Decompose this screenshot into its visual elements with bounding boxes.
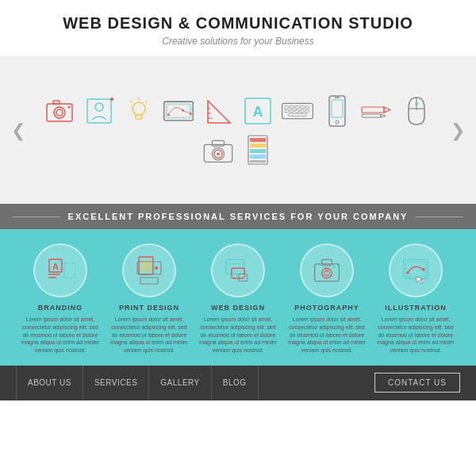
svg-point-80	[406, 271, 409, 274]
svg-point-8	[132, 102, 145, 115]
service-illus-title: ILLUSTRATION	[385, 304, 446, 312]
svg-rect-31	[290, 109, 294, 112]
services-banner-text: EXCELLENT PROFESSIONAL SERVICES FOR YOUR…	[68, 212, 409, 221]
banner-line-right	[416, 216, 463, 217]
tool-monitor	[162, 94, 195, 128]
service-print-icon-circle	[122, 243, 176, 297]
svg-rect-42	[362, 114, 381, 117]
service-photo-title: PHOTOGRAPHY	[294, 304, 359, 312]
svg-rect-37	[332, 100, 343, 117]
svg-marker-43	[381, 114, 386, 117]
tool-camera	[43, 94, 76, 128]
svg-point-77	[325, 270, 328, 273]
svg-point-51	[217, 152, 219, 155]
svg-line-11	[130, 101, 132, 102]
svg-rect-40	[362, 107, 384, 113]
banner-line-left	[13, 216, 60, 217]
svg-rect-27	[295, 105, 299, 108]
service-photo-icon-circle	[300, 243, 354, 297]
footer-nav-services[interactable]: SERVICES	[83, 366, 149, 400]
svg-rect-48	[212, 140, 224, 146]
svg-rect-25	[285, 105, 289, 108]
footer-nav-gallery[interactable]: GALLERY	[149, 366, 211, 400]
svg-point-67	[155, 266, 158, 270]
svg-line-10	[146, 101, 148, 102]
svg-marker-18	[208, 101, 230, 123]
service-web-icon-circle	[211, 243, 265, 297]
svg-rect-33	[300, 109, 304, 112]
svg-point-2	[56, 109, 63, 116]
service-print-title: PRINT DESIGN	[119, 304, 179, 312]
svg-point-15	[182, 109, 184, 111]
slider-right-arrow[interactable]: ❯	[444, 114, 471, 147]
svg-text:A: A	[52, 262, 59, 271]
svg-rect-68	[226, 259, 245, 274]
tool-dslr	[202, 134, 235, 167]
tool-lightbulb	[122, 94, 155, 128]
service-web-desc: Lorem ipsum dolor sit amet, consectetur …	[198, 316, 278, 354]
svg-rect-66	[140, 278, 158, 284]
header-section: WEB DESIGN & COMMUNICATION STUDIO Creati…	[0, 0, 476, 57]
svg-rect-55	[250, 149, 266, 153]
tools-illustration: A	[0, 86, 476, 175]
tool-keyboard	[281, 94, 314, 128]
svg-rect-12	[164, 102, 193, 121]
svg-rect-30	[285, 109, 289, 112]
footer-nav: ABOUT US SERVICES GALLERY BLOG CONTACT U…	[0, 366, 476, 400]
svg-rect-13	[167, 103, 191, 117]
svg-point-16	[190, 113, 192, 115]
svg-rect-29	[305, 105, 309, 108]
svg-rect-56	[250, 155, 266, 159]
svg-rect-35	[289, 113, 307, 116]
service-branding-icon-circle: A	[33, 243, 87, 297]
service-illus-icon-circle	[389, 243, 443, 297]
service-illus-desc: Lorem ipsum dolor sit amet, consectetur …	[376, 316, 455, 354]
tool-phone	[321, 94, 354, 128]
svg-rect-53	[250, 138, 266, 142]
footer-nav-about[interactable]: ABOUT US	[16, 366, 83, 400]
svg-point-76	[332, 266, 336, 269]
contact-us-button[interactable]: CONTACT US	[374, 373, 460, 393]
tool-ruler	[202, 94, 235, 128]
service-illustration: ILLUSTRATION Lorem ipsum dolor sit amet,…	[376, 243, 455, 354]
svg-rect-70	[239, 274, 248, 282]
svg-rect-3	[53, 101, 60, 104]
svg-rect-26	[290, 105, 294, 108]
svg-point-4	[68, 105, 71, 108]
service-photo-desc: Lorem ipsum dolor sit amet, consectetur …	[287, 316, 367, 354]
slider-left-arrow[interactable]: ❮	[5, 114, 32, 147]
page-subtitle: Creative solutions for your Business	[16, 36, 460, 47]
svg-point-81	[422, 268, 425, 271]
svg-point-1	[54, 107, 65, 118]
service-web-title: WEB DESIGN	[211, 304, 265, 312]
svg-rect-54	[250, 144, 266, 147]
services-section: A BRANDING Lorem ipsum dolor sit amet, c…	[0, 229, 476, 366]
service-print-design: PRINT DESIGN Lorem ipsum dolor sit amet,…	[109, 243, 189, 354]
svg-text:A: A	[253, 104, 263, 120]
service-web-design: WEB DESIGN Lorem ipsum dolor sit amet, c…	[198, 243, 278, 354]
tool-pens	[360, 94, 393, 128]
footer-nav-blog[interactable]: BLOG	[212, 366, 259, 400]
service-branding-desc: Lorem ipsum dolor sit amet, consectetur …	[21, 316, 100, 354]
tool-tablet	[83, 94, 116, 128]
page-title: WEB DESIGN & COMMUNICATION STUDIO	[16, 14, 460, 33]
service-branding: A BRANDING Lorem ipsum dolor sit amet, c…	[21, 243, 100, 354]
svg-rect-34	[305, 109, 309, 112]
tool-typography: A	[241, 94, 274, 128]
svg-rect-69	[232, 268, 244, 278]
tool-palette	[241, 134, 274, 167]
tool-mouse	[400, 94, 433, 128]
svg-marker-60	[64, 263, 75, 278]
svg-point-46	[415, 102, 418, 105]
svg-point-38	[336, 121, 339, 124]
svg-rect-28	[300, 105, 304, 108]
footer-nav-items: ABOUT US SERVICES GALLERY BLOG	[16, 366, 374, 400]
svg-rect-32	[295, 109, 299, 112]
services-banner: EXCELLENT PROFESSIONAL SERVICES FOR YOUR…	[0, 204, 476, 229]
svg-point-14	[167, 113, 170, 116]
svg-marker-41	[384, 107, 390, 113]
service-branding-title: BRANDING	[38, 304, 83, 312]
hero-slider: ❮	[0, 57, 476, 204]
svg-rect-73	[322, 259, 332, 265]
svg-point-6	[95, 103, 103, 111]
